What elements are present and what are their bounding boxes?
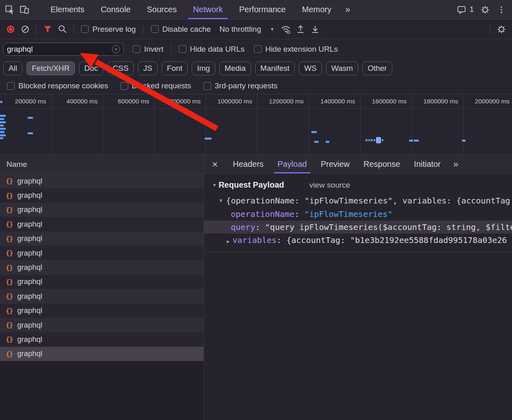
clear-network-log-icon[interactable] <box>18 22 33 37</box>
network-conditions-icon[interactable] <box>278 22 293 37</box>
request-row[interactable]: {} graphql <box>0 347 203 361</box>
detail-tab[interactable]: Headers <box>226 155 271 173</box>
main-tab[interactable]: Memory <box>294 0 339 19</box>
timeline-column: 400000 ms <box>52 94 103 155</box>
search-icon[interactable] <box>55 22 70 37</box>
json-braces-icon: {} <box>6 307 13 315</box>
timeline-column: 1200000 ms <box>258 94 309 155</box>
close-icon[interactable]: × <box>206 159 223 170</box>
detail-tab[interactable]: Preview <box>314 155 357 173</box>
hide-extension-urls-checkbox[interactable]: Hide extension URLs <box>254 45 338 54</box>
network-settings-gear-icon[interactable] <box>494 22 509 37</box>
disable-cache-checkbox[interactable]: Disable cache <box>151 25 211 34</box>
divider <box>36 24 37 35</box>
console-messages-icon[interactable] <box>454 2 469 17</box>
type-filter-pill[interactable]: Wasm <box>326 61 358 75</box>
request-row[interactable]: {} graphql <box>0 318 203 332</box>
request-row[interactable]: {} graphql <box>0 174 203 188</box>
timeline-activity-mark <box>205 138 212 140</box>
payload-root-node[interactable]: ▼ {operationName: "ipFlowTimeseries", va… <box>204 194 512 208</box>
timeline-activity-mark <box>368 139 370 141</box>
request-row[interactable]: {} graphql <box>0 232 203 246</box>
type-filter-pill[interactable]: Img <box>192 61 215 75</box>
message-count-badge: 1 <box>470 5 474 14</box>
throttling-dropdown[interactable]: No throttling ▾ <box>219 25 274 34</box>
json-braces-icon: {} <box>6 192 13 199</box>
more-detail-tabs-icon[interactable]: » <box>448 159 464 170</box>
detail-tab[interactable]: Payload <box>271 155 314 173</box>
view-source-link[interactable]: view source <box>309 181 350 190</box>
main-tab[interactable]: Performance <box>231 0 294 19</box>
timeline-overview[interactable]: 200000 ms 400000 ms 600000 ms 800000 ms … <box>0 94 512 155</box>
request-payload-section: ▼ Request Payload view source <box>204 177 512 194</box>
advanced-filter-checkbox[interactable]: 3rd-party requests <box>203 81 278 90</box>
import-har-icon[interactable] <box>293 22 308 37</box>
request-row[interactable]: {} graphql <box>0 188 203 202</box>
timeline-column: 200000 ms <box>0 94 52 155</box>
timeline-activity-mark <box>28 132 33 134</box>
filter-funnel-icon[interactable] <box>40 22 55 37</box>
timeline-activity-mark <box>0 115 6 117</box>
type-filter-pill[interactable]: Other <box>362 61 392 75</box>
detail-tabs: Headers Payload Preview Response Initiat… <box>226 155 448 173</box>
network-filter-input[interactable] <box>7 45 112 54</box>
request-row[interactable]: {} graphql <box>0 289 203 303</box>
type-filter-pill[interactable]: WS <box>299 61 322 75</box>
export-har-icon[interactable] <box>308 22 322 37</box>
timeline-column: 1400000 ms <box>309 94 361 155</box>
checkbox-box <box>254 45 262 53</box>
kebab-menu-icon[interactable] <box>494 2 509 17</box>
type-filter-pill[interactable]: All <box>3 61 22 75</box>
invert-checkbox[interactable]: Invert <box>133 45 164 54</box>
timeline-column: 2000000 ms <box>464 94 512 155</box>
type-filter-pill[interactable]: Fetch/XHR <box>26 61 75 75</box>
timeline-activity-mark <box>462 140 466 142</box>
main-tab[interactable]: Network <box>185 0 231 19</box>
payload-variables-row[interactable]: ▶variables: {accountTag: "b1e3b2192ee558… <box>204 234 512 247</box>
json-braces-icon: {} <box>6 321 13 329</box>
request-row[interactable]: {} graphql <box>0 217 203 231</box>
timeline-activity-mark <box>365 139 368 141</box>
settings-gear-icon[interactable] <box>478 2 492 17</box>
type-filter-pill[interactable]: Manifest <box>255 61 295 75</box>
detail-tab[interactable]: Response <box>357 155 407 173</box>
collapse-triangle-icon[interactable]: ▼ <box>212 182 217 188</box>
type-filter-pill[interactable]: Doc <box>79 61 103 75</box>
request-row[interactable]: {} graphql <box>0 260 203 274</box>
advanced-filter-checkbox[interactable]: Blocked response cookies <box>7 81 108 90</box>
collapse-triangle-icon[interactable]: ▼ <box>219 198 222 203</box>
type-filter-pill[interactable]: Font <box>162 61 188 75</box>
timeline-column: 1800000 ms <box>412 94 464 155</box>
more-tabs-icon[interactable]: » <box>339 4 356 15</box>
request-row[interactable]: {} graphql <box>0 275 203 289</box>
request-rows: {} graphql {} graphql {} graphql {} <box>0 174 203 420</box>
payload-operation-row[interactable]: operationName: "ipFlowTimeseries" <box>204 208 512 221</box>
name-column-header[interactable]: Name <box>0 155 203 174</box>
main-tab[interactable]: Elements <box>42 0 92 19</box>
type-filter-pill[interactable]: CSS <box>107 61 134 75</box>
detail-tab[interactable]: Initiator <box>407 155 448 173</box>
device-toolbar-icon[interactable] <box>17 2 32 17</box>
network-toolbar: Preserve log Disable cache No throttling… <box>0 20 512 39</box>
main-tab[interactable]: Sources <box>139 0 185 19</box>
timeline-column: 1600000 ms <box>361 94 412 155</box>
hide-data-urls-checkbox[interactable]: Hide data URLs <box>179 45 245 54</box>
preserve-log-checkbox[interactable]: Preserve log <box>81 25 136 34</box>
payload-query-row[interactable]: query: "query ipFlowTimeseries($accountT… <box>204 221 512 234</box>
type-filter-pill[interactable]: Media <box>219 61 251 75</box>
request-row[interactable]: {} graphql <box>0 203 203 217</box>
timeline-activity-mark <box>382 139 383 141</box>
request-row[interactable]: {} graphql <box>0 246 203 260</box>
request-row[interactable]: {} graphql <box>0 304 203 318</box>
record-network-log-icon[interactable] <box>3 22 18 37</box>
request-row[interactable]: {} graphql <box>0 332 203 346</box>
type-filter-pill[interactable]: JS <box>138 61 158 75</box>
inspect-element-icon[interactable] <box>2 2 17 17</box>
expand-triangle-icon[interactable]: ▶ <box>227 238 230 244</box>
clear-filter-icon[interactable]: × <box>112 45 120 53</box>
advanced-filter-checkbox[interactable]: Blocked requests <box>120 81 191 90</box>
main-tab[interactable]: Console <box>92 0 138 19</box>
toolbar-right <box>486 22 509 37</box>
checkbox-box <box>7 82 15 90</box>
timeline-activity-mark <box>0 125 4 127</box>
